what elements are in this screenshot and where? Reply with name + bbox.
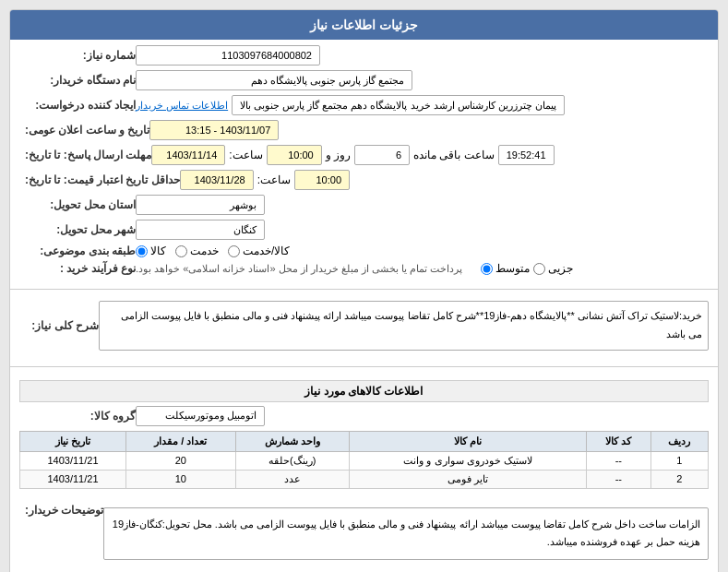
deadline-time: 10:00	[267, 145, 322, 165]
cell-code: --	[587, 451, 650, 470]
description-content: خرید:لاستیک تراک آتش نشانی **پالایشگاه د…	[121, 310, 702, 340]
category-option-goods[interactable]: کالا	[136, 244, 166, 257]
category-radio-group: کالا/خدمت خدمت کالا	[136, 244, 290, 257]
category-row: کالا/خدمت خدمت کالا طبقه بندی موضوعی:	[19, 244, 709, 257]
description-box: خرید:لاستیک تراک آتش نشانی **پالایشگاه د…	[99, 301, 709, 351]
niyaz-number-row: 1103097684000802 شماره نیاز:	[19, 45, 709, 66]
col-row: ردیف	[650, 431, 709, 451]
province-row: بوشهر استان محل تحویل:	[19, 195, 709, 215]
col-date: تاریخ نیاز	[20, 431, 126, 451]
buyer-row: مجتمع گاز پارس جنوبی پالایشگاه دهم نام د…	[19, 70, 709, 90]
buyer-notes-title: توضیحات خریدار:	[25, 504, 103, 517]
deadline-group: 19:52:41 ساعت باقی مانده 6 روز و 10:00 س…	[151, 145, 554, 165]
goods-category-value: اتومبیل وموتورسیکلت	[136, 406, 265, 426]
deadline-remaining-label: ساعت باقی مانده	[413, 149, 495, 161]
col-name: نام کالا	[349, 431, 586, 451]
fields-section: 1103097684000802 شماره نیاز: مجتمع گاز پ…	[10, 40, 718, 285]
category-label-field: طبقه بندی موضوعی:	[25, 244, 136, 257]
price-deadline-time: 10:00	[294, 170, 350, 190]
buyer-notes-section: الزامات ساخت داخل شرح کامل تقاضا پیوست م…	[10, 498, 718, 572]
price-deadline-row: 10:00 ساعت: 1403/11/28 حداقل تاریخ اعتبا…	[19, 170, 709, 190]
table-row: 1--لاستیک خودروی سواری و وانت(رینگ)حلقه2…	[20, 451, 709, 470]
category-option-service[interactable]: خدمت	[175, 244, 219, 257]
description-section: خرید:لاستیک تراک آتش نشانی **پالایشگاه د…	[10, 293, 718, 363]
category-label-goods-service: کالا/خدمت	[243, 244, 290, 257]
goods-category-label: گروه کالا:	[25, 410, 136, 423]
cell-name: لاستیک خودروی سواری و وانت	[349, 451, 586, 470]
cell-quantity: 10	[126, 470, 236, 488]
category-radio-service[interactable]	[175, 245, 187, 257]
order-type-partial[interactable]: جزیی	[533, 262, 573, 275]
creator-group: پیمان چترزرین کارشناس ارشد خرید پالایشگا…	[136, 95, 565, 115]
main-card: جزئیات اطلاعات نیاز 1103097684000802 شما…	[9, 9, 719, 572]
creator-label: ایجاد کننده درخواست:	[25, 99, 136, 112]
order-type-radio-partial[interactable]	[533, 263, 545, 275]
order-type-radio-medium[interactable]	[481, 263, 493, 275]
payment-note: پرداخت تمام یا بخشی از مبلغ خریدار از مح…	[136, 263, 462, 275]
price-deadline-time-label: ساعت:	[257, 173, 291, 186]
cell-date: 1403/11/21	[20, 451, 126, 470]
deadline-days: 6	[354, 145, 410, 165]
price-deadline-label: حداقل تاریخ اعتبار قیمت: تا تاریخ:	[25, 173, 180, 186]
buyer-value: مجتمع گاز پارس جنوبی پالایشگاه دهم	[136, 70, 412, 90]
price-deadline-group: 10:00 ساعت: 1403/11/28	[180, 170, 350, 190]
cell-row: 2	[650, 470, 709, 488]
cell-date: 1403/11/21	[20, 470, 126, 488]
cell-unit: (رینگ)حلقه	[235, 451, 349, 470]
goods-section-title: اطلاعات کالاهای مورد نیاز	[19, 380, 709, 402]
creator-value: پیمان چترزرین کارشناس ارشد خرید پالایشگا…	[232, 95, 565, 115]
cell-name: تایر فومی	[349, 470, 586, 488]
card-header: جزئیات اطلاعات نیاز	[10, 10, 718, 40]
col-unit: واحد شمارش	[235, 431, 349, 451]
page-title: جزئیات اطلاعات نیاز	[310, 18, 418, 32]
city-label: شهر محل تحویل:	[25, 223, 136, 236]
order-type-row: جزیی متوسط پرداخت تمام یا بخشی از مبلغ خ…	[19, 262, 709, 275]
goods-section: اطلاعات کالاهای مورد نیاز اتومبیل وموتور…	[10, 371, 718, 498]
deadline-row: 19:52:41 ساعت باقی مانده 6 روز و 10:00 س…	[19, 145, 709, 165]
page-container: جزئیات اطلاعات نیاز 1103097684000802 شما…	[0, 0, 728, 572]
cell-quantity: 20	[126, 451, 236, 470]
date-label: تاریخ و ساعت اعلان عومی:	[25, 124, 149, 137]
cell-row: 1	[650, 451, 709, 470]
city-value: کنگان	[136, 220, 265, 240]
creator-row: پیمان چترزرین کارشناس ارشد خرید پالایشگا…	[19, 95, 709, 115]
table-row: 2--تایر فومیعدد101403/11/21	[20, 470, 709, 488]
niyaz-number-label: شماره نیاز:	[25, 49, 136, 62]
date-row: 1403/11/07 - 13:15 تاریخ و ساعت اعلان عو…	[19, 120, 709, 140]
goods-category-row: اتومبیل وموتورسیکلت گروه کالا:	[19, 406, 709, 426]
buyer-notes-row: الزامات ساخت داخل شرح کامل تقاضا پیوست م…	[19, 504, 709, 565]
order-type-medium[interactable]: متوسط	[481, 262, 530, 275]
order-type-group: جزیی متوسط پرداخت تمام یا بخشی از مبلغ خ…	[136, 262, 573, 275]
cell-unit: عدد	[235, 470, 349, 488]
order-type-label: نوع فرآیند خرید :	[25, 262, 136, 275]
col-quantity: تعداد / مقدار	[126, 431, 236, 451]
description-title: شرح کلی نیاز:	[25, 319, 99, 332]
category-label-service: خدمت	[190, 244, 219, 257]
creator-link[interactable]: اطلاعات تماس خریدار	[136, 100, 228, 112]
order-type-partial-label: جزیی	[548, 262, 573, 275]
deadline-label: مهلت ارسال پاسخ: تا تاریخ:	[25, 149, 151, 161]
city-row: کنگان شهر محل تحویل:	[19, 220, 709, 240]
category-option-goods-service[interactable]: کالا/خدمت	[228, 244, 290, 257]
category-label-goods: کالا	[150, 244, 166, 257]
date-value: 1403/11/07 - 13:15	[149, 120, 279, 140]
deadline-date: 1403/11/14	[151, 145, 225, 165]
order-type-medium-label: متوسط	[495, 262, 530, 275]
buyer-notes-box: الزامات ساخت داخل شرح کامل تقاضا پیوست م…	[103, 507, 709, 561]
goods-table: ردیف کد کالا نام کالا واحد شمارش تعداد /…	[19, 431, 709, 489]
deadline-remaining: 19:52:41	[498, 145, 555, 165]
deadline-time-label: ساعت:	[229, 149, 262, 161]
niyaz-number-value: 1103097684000802	[136, 45, 320, 66]
category-radio-goods[interactable]	[136, 245, 148, 257]
description-row: خرید:لاستیک تراک آتش نشانی **پالایشگاه د…	[19, 299, 709, 352]
province-label: استان محل تحویل:	[25, 198, 136, 211]
col-code: کد کالا	[587, 431, 650, 451]
price-deadline-date: 1403/11/28	[180, 170, 254, 190]
buyer-label: نام دستگاه خریدار:	[25, 74, 136, 87]
deadline-day-label: روز و	[326, 149, 351, 161]
cell-code: --	[587, 470, 650, 488]
buyer-notes-content: الزامات ساخت داخل شرح کامل تقاضا پیوست م…	[113, 518, 700, 548]
province-value: بوشهر	[136, 195, 265, 215]
category-radio-goods-service[interactable]	[228, 245, 240, 257]
